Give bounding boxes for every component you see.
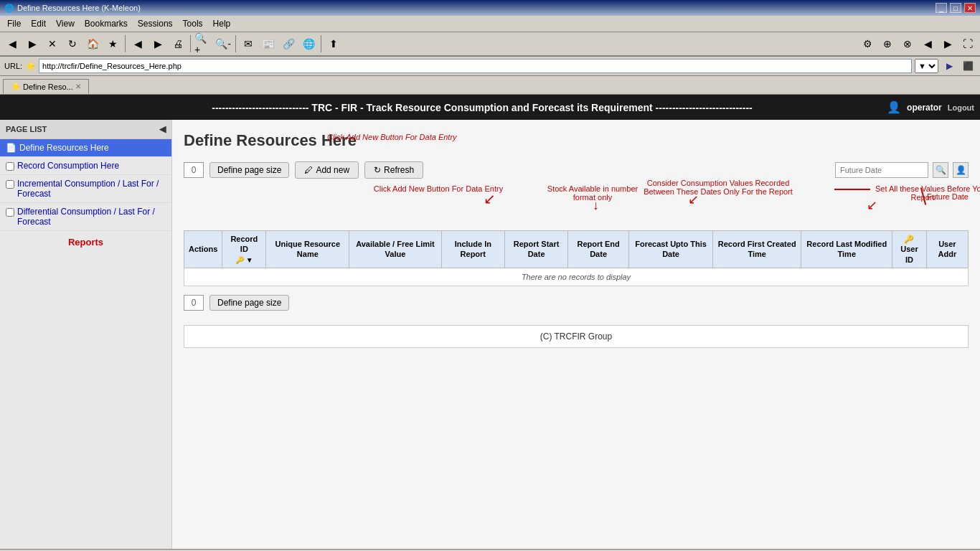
settings-button[interactable]: ⚙ bbox=[858, 34, 877, 53]
col-report-start-date: Report Start Date bbox=[505, 231, 568, 268]
nav2-button[interactable]: ◀ bbox=[918, 34, 937, 53]
rss-button[interactable]: 🔗 bbox=[279, 34, 298, 53]
reload-button[interactable]: ↻ bbox=[63, 34, 82, 53]
menu-sessions[interactable]: Sessions bbox=[133, 17, 177, 30]
col-record-first-created: Record First Created Time bbox=[713, 231, 801, 268]
tab-favicon: ⭐ bbox=[11, 82, 21, 91]
window-controls: _ □ ✕ bbox=[936, 3, 976, 13]
sidebar-item-record-consumption[interactable]: Record Consumption Here bbox=[0, 157, 171, 175]
add-new-button[interactable]: 🖊 Add new bbox=[295, 161, 359, 179]
fullscreen-button[interactable]: ⛶ bbox=[958, 34, 977, 53]
copyright-text: (C) TRCFIR Group bbox=[540, 331, 612, 342]
bottom-toolbar: 0 Define page size bbox=[184, 295, 969, 311]
differential-link[interactable]: Differential Consumption / Last For / Fo… bbox=[17, 207, 166, 227]
annotation-future-date: Future Date bbox=[923, 187, 969, 205]
url-go-button[interactable]: ▶ bbox=[941, 59, 957, 73]
sidebar-item-differential[interactable]: Differential Consumption / Last For / Fo… bbox=[0, 203, 171, 231]
url-dropdown[interactable]: ▼ bbox=[915, 59, 938, 73]
browser-icon: 🌐 bbox=[4, 4, 14, 13]
content-toolbar: 0 Define page size Click Add New Button … bbox=[184, 161, 969, 179]
refresh-button[interactable]: ↻ Refresh bbox=[364, 161, 423, 179]
no-records-message: There are no records to display bbox=[184, 268, 969, 286]
toolbar-separator bbox=[125, 35, 126, 52]
toolbar-separator-2 bbox=[190, 35, 191, 52]
incremental-checkbox[interactable] bbox=[6, 180, 14, 189]
back-button[interactable]: ◀ bbox=[3, 34, 22, 53]
nav-prev-button[interactable]: ◀ bbox=[128, 34, 147, 53]
url-favicon: ⭐ bbox=[25, 61, 36, 71]
feed-button[interactable]: 📰 bbox=[259, 34, 278, 53]
sidebar-item-incremental[interactable]: Incremental Consumption / Last For / For… bbox=[0, 175, 171, 203]
annotation-stock-format: Stock Available in number format only ↓ bbox=[535, 184, 650, 202]
stop-button[interactable]: ✕ bbox=[43, 34, 62, 53]
minimize-button[interactable]: _ bbox=[936, 3, 947, 13]
bookmark-button[interactable]: ★ bbox=[103, 34, 122, 53]
col-record-id: Record ID 🔑 ▼ bbox=[222, 231, 266, 268]
upload-button[interactable]: ⬆ bbox=[324, 34, 343, 53]
url-label: URL: bbox=[4, 62, 22, 70]
reset-button[interactable]: 👤 bbox=[953, 162, 969, 178]
close-button[interactable]: ✕ bbox=[964, 3, 976, 13]
app-header: ----------------------------- TRC - FIR … bbox=[0, 95, 980, 120]
zoom-in-button[interactable]: 🔍+ bbox=[194, 34, 212, 53]
print-button[interactable]: 🖨 bbox=[169, 34, 187, 53]
page-list-label: PAGE LIST bbox=[6, 125, 47, 133]
sort-icon[interactable]: 🔑 ▼ bbox=[235, 256, 253, 264]
url-bar: URL: ⭐ ▼ ▶ ⬛ bbox=[0, 57, 980, 76]
sidebar-item-define-resources[interactable]: 📄 Define Resources Here bbox=[0, 139, 171, 157]
copy-button[interactable]: ⊕ bbox=[878, 34, 897, 53]
col-user-id: 🔑 User ID bbox=[892, 231, 927, 268]
globe-button[interactable]: 🌐 bbox=[299, 34, 318, 53]
menu-edit[interactable]: Edit bbox=[27, 17, 50, 30]
col-forecast-upto: Forecast Upto This Date bbox=[629, 231, 713, 268]
toolbar-separator-3 bbox=[235, 35, 236, 52]
tab-define-resources[interactable]: ⭐ Define Reso... ✕ bbox=[3, 79, 89, 94]
incremental-link[interactable]: Incremental Consumption / Last For / For… bbox=[17, 179, 166, 199]
username-label: operator bbox=[907, 103, 942, 113]
user-icon: 👤 bbox=[887, 100, 901, 114]
record-consumption-link[interactable]: Record Consumption Here bbox=[17, 161, 119, 171]
nav-next-button[interactable]: ▶ bbox=[149, 34, 167, 53]
menu-bookmarks[interactable]: Bookmarks bbox=[80, 17, 132, 30]
logout-link[interactable]: Logout bbox=[948, 103, 974, 112]
user-key-icon: 🔑 bbox=[904, 235, 914, 243]
sidebar: PAGE LIST ◀ 📄 Define Resources Here Reco… bbox=[0, 120, 172, 549]
url-input[interactable] bbox=[39, 59, 912, 73]
home-button[interactable]: 🏠 bbox=[83, 34, 102, 53]
refresh-label: Refresh bbox=[384, 165, 414, 175]
search-button[interactable]: 🔍 bbox=[933, 162, 948, 178]
tab-close-icon[interactable]: ✕ bbox=[75, 83, 81, 90]
future-date-input[interactable] bbox=[835, 162, 928, 178]
annotation-click-add-new: Click Add New Button For Data Entry ↙ bbox=[367, 184, 510, 193]
record-consumption-checkbox[interactable] bbox=[6, 162, 14, 171]
menu-bar: File Edit View Bookmarks Sessions Tools … bbox=[0, 16, 980, 32]
paste-button[interactable]: ⊗ bbox=[898, 34, 917, 53]
title-bar-text: Define Resources Here (K-Meleon) bbox=[17, 4, 141, 12]
main-layout: PAGE LIST ◀ 📄 Define Resources Here Reco… bbox=[0, 120, 980, 549]
refresh-icon: ↻ bbox=[374, 165, 381, 175]
content-area: Define Resources Here 0 Define page size… bbox=[172, 120, 980, 549]
title-bar-left: 🌐 Define Resources Here (K-Meleon) bbox=[4, 4, 141, 13]
col-record-last-modified: Record Last Modified Time bbox=[801, 231, 892, 268]
add-label: Add new bbox=[316, 165, 349, 175]
mail-button[interactable]: ✉ bbox=[239, 34, 258, 53]
menu-view[interactable]: View bbox=[52, 17, 79, 30]
tab-label: Define Reso... bbox=[23, 83, 73, 91]
nav3-button[interactable]: ▶ bbox=[938, 34, 957, 53]
bottom-page-size-button[interactable]: Define page size bbox=[209, 295, 289, 311]
forward-button[interactable]: ▶ bbox=[23, 34, 42, 53]
collapse-arrow-icon[interactable]: ◀ bbox=[159, 124, 166, 134]
zoom-out-button[interactable]: 🔍- bbox=[214, 34, 232, 53]
header-user: 👤 operator Logout bbox=[887, 100, 974, 114]
url-stop-button[interactable]: ⬛ bbox=[960, 59, 976, 73]
doc-icon: 📄 bbox=[6, 143, 17, 153]
maximize-button[interactable]: □ bbox=[950, 3, 961, 13]
differential-checkbox[interactable] bbox=[6, 208, 14, 217]
menu-help[interactable]: Help bbox=[209, 17, 235, 30]
menu-tools[interactable]: Tools bbox=[179, 17, 207, 30]
menu-file[interactable]: File bbox=[3, 17, 25, 30]
page-size-button[interactable]: Define page size bbox=[209, 162, 289, 178]
page-title: Define Resources Here bbox=[184, 131, 969, 150]
record-count: 0 bbox=[184, 162, 204, 178]
data-table: Actions Record ID 🔑 ▼ Unique Resource Na… bbox=[184, 230, 969, 286]
